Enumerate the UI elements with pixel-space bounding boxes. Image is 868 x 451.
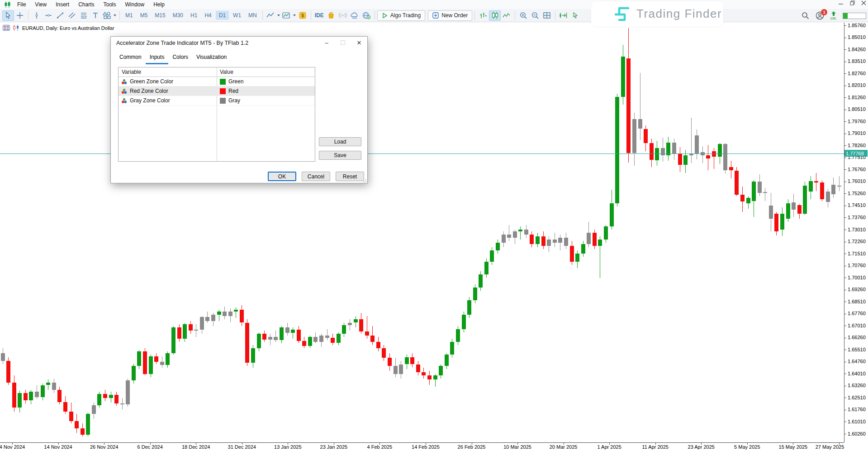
cloud-button[interactable] [349,10,360,21]
candle-body [245,323,249,363]
candle-body [837,186,841,187]
tab-visualization[interactable]: Visualization [192,52,231,64]
timeframe-m15-button[interactable]: M15 [152,11,168,20]
shapes-tool-button[interactable] [101,10,117,21]
fibonacci-tool-button[interactable] [78,10,90,21]
table-row[interactable]: Red Zone ColorRed [119,86,315,96]
date-axis[interactable]: 4 Nov 202414 Nov 202426 Nov 20246 Dec 20… [0,442,844,451]
ide-button[interactable]: IDE [313,10,325,21]
header-value: Value [217,69,315,75]
algo-trading-button[interactable]: Algo Trading [377,10,425,21]
search-icon[interactable] [802,12,809,19]
date-label: 14 Feb 2025 [412,444,440,450]
vertical-line-tool-button[interactable] [31,10,43,21]
menu-insert[interactable]: Insert [51,0,74,9]
auto-scroll-button[interactable] [569,10,581,21]
signals-button[interactable] [337,10,349,21]
price-label: 1.85760 [848,23,866,28]
indicators-caret[interactable] [293,14,296,16]
text-tool-button[interactable] [90,10,101,21]
price-tick [844,62,846,62]
tab-common[interactable]: Common [115,52,146,64]
dialog-minimize-button[interactable]: – [318,37,335,49]
candle-body [365,331,369,336]
dialog-maximize-button[interactable]: ☐ [335,37,351,49]
price-axis[interactable]: 1.857601.850101.842601.835101.827601.820… [844,23,868,442]
dialog-title-bar[interactable]: Accelerator Zone Trade Indicator MT5 - B… [111,37,367,49]
cursor-tool-button[interactable] [2,10,14,21]
value-cell[interactable]: Gray [217,97,315,104]
community-button[interactable] [360,10,372,21]
candle-body [706,155,710,158]
trendline-tool-button[interactable] [54,10,66,21]
timeframe-m5-button[interactable]: M5 [137,11,151,20]
new-order-button[interactable]: New Order [428,10,472,21]
save-button[interactable]: Save [319,151,361,160]
price-label: 1.79760 [848,119,866,124]
zoom-in-button[interactable] [517,10,529,21]
menu-file[interactable]: File [13,0,30,9]
zoom-out-button[interactable] [529,10,541,21]
tick-chart-button[interactable] [477,10,489,21]
currency-button[interactable]: $ [297,10,308,21]
chart-objects-caret[interactable] [277,14,280,16]
chart-objects-button[interactable] [265,10,281,21]
tab-colors[interactable]: Colors [168,52,192,64]
cancel-button[interactable]: Cancel [302,172,330,181]
value-cell[interactable]: Green [217,78,315,85]
ok-button[interactable]: OK [268,172,296,181]
price-label: 1.61760 [848,407,866,412]
price-tick [844,302,846,302]
variable-type-icon [122,89,127,94]
shapes-dropdown-caret[interactable] [114,14,116,16]
tile-windows-button[interactable] [541,10,553,21]
timeframe-mn-button[interactable]: MN [245,11,260,20]
one-click-trading-icon[interactable] [13,25,19,31]
dialog-resize-grip[interactable] [361,177,367,182]
window-close-button[interactable] [861,0,866,5]
load-button[interactable]: Load [319,137,361,146]
reset-button[interactable]: Reset [336,172,364,181]
candle-body [132,366,136,380]
menu-charts[interactable]: Charts [74,0,99,9]
profile-icon[interactable]: 1 [816,11,824,20]
table-row[interactable]: Green Zone ColorGreen [119,77,315,86]
level-indicator[interactable]: LVL [830,11,836,20]
date-label: 4 Nov 2024 [0,444,25,450]
candle-wick [196,324,196,337]
timeframe-h1-button[interactable]: H1 [187,11,200,20]
indicators-button[interactable] [281,10,297,21]
candle-body [274,337,278,340]
line-chart-mode-button[interactable] [501,10,512,21]
channel-tool-button[interactable] [66,10,78,21]
dialog-close-button[interactable]: ✕ [351,37,367,49]
candle-body [177,327,181,339]
crosshair-tool-button[interactable] [14,10,26,21]
horizontal-line-tool-button[interactable] [43,10,54,21]
toolbar: M1M5M15M30H1H4D1W1MN $ IDE Algo Trading … [0,9,868,22]
timeframe-m1-button[interactable]: M1 [122,11,136,20]
window-restore-button[interactable] [850,0,855,5]
menu-help[interactable]: Help [149,0,169,9]
value-cell[interactable]: Red [217,88,315,94]
menu-view[interactable]: View [30,0,51,9]
menu-window[interactable]: Window [121,0,149,9]
timeframe-m30-button[interactable]: M30 [170,11,186,20]
timeframe-h4-button[interactable]: H4 [201,11,214,20]
window-minimize-button[interactable] [839,0,844,5]
menu-tools[interactable]: Tools [99,0,121,9]
timeframe-d1-button[interactable]: D1 [216,11,229,20]
timeframe-w1-button[interactable]: W1 [230,11,244,20]
candle-body [223,312,227,317]
market-button[interactable] [325,10,337,21]
table-row[interactable]: Gray Zone ColorGray [119,96,315,106]
candlestick-mode-button[interactable] [489,10,501,21]
color-swatch [220,88,226,94]
depth-of-market-icon[interactable] [3,25,10,31]
candle-wick [509,225,509,241]
chart-shift-button[interactable] [558,10,569,21]
tab-inputs[interactable]: Inputs [146,52,169,64]
inputs-table[interactable]: VariableValueGreen Zone ColorGreenRed Zo… [118,67,315,162]
date-label: 23 Apr 2025 [688,444,715,450]
candle-body [262,334,266,339]
